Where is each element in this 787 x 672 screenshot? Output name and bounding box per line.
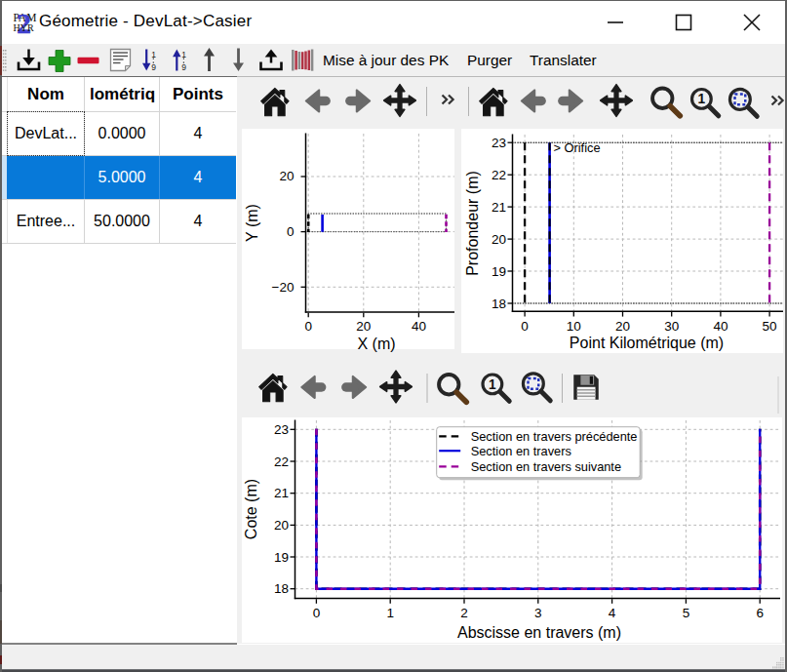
svg-text:4: 4 <box>609 606 616 620</box>
svg-text:1: 1 <box>181 50 186 59</box>
svg-text:40: 40 <box>713 319 728 334</box>
svg-text:30: 30 <box>664 319 679 334</box>
svg-text:23: 23 <box>274 422 289 437</box>
svg-text:50: 50 <box>763 319 777 334</box>
svg-text:1: 1 <box>386 606 394 620</box>
svg-text:19: 19 <box>492 264 506 279</box>
svg-text:3: 3 <box>534 606 542 620</box>
svg-text:0: 0 <box>313 606 321 620</box>
svg-text:Abscisse en travers (m): Abscisse en travers (m) <box>457 624 621 641</box>
svg-text:22: 22 <box>492 168 506 182</box>
svg-text:5: 5 <box>683 606 690 620</box>
svg-text:20: 20 <box>274 518 289 533</box>
svg-text:9: 9 <box>181 62 186 72</box>
svg-text:6: 6 <box>756 606 764 620</box>
svg-text:> Orifice: > Orifice <box>554 140 601 155</box>
svg-text:10: 10 <box>567 319 581 334</box>
svg-text:20: 20 <box>279 169 294 183</box>
svg-text:20: 20 <box>356 319 371 334</box>
svg-text:1: 1 <box>151 50 156 59</box>
svg-text:Point Kilométrique (m): Point Kilométrique (m) <box>570 335 724 351</box>
svg-text:22: 22 <box>274 455 289 469</box>
svg-text:21: 21 <box>274 486 289 500</box>
svg-text:23: 23 <box>492 136 506 150</box>
svg-text:9: 9 <box>151 62 156 72</box>
svg-text:18: 18 <box>492 296 506 311</box>
svg-text:Section en travers précédente: Section en travers précédente <box>471 429 638 444</box>
svg-text:Cote (m): Cote (m) <box>243 479 259 539</box>
svg-text:20: 20 <box>492 232 506 247</box>
svg-text:Y (m): Y (m) <box>244 204 260 242</box>
svg-text:2: 2 <box>460 606 468 620</box>
svg-text:Section en travers: Section en travers <box>471 444 571 458</box>
svg-text:19: 19 <box>274 550 289 565</box>
svg-text:20: 20 <box>615 319 630 334</box>
svg-text:0: 0 <box>287 224 295 239</box>
svg-text:Section en travers suivante: Section en travers suivante <box>471 459 621 474</box>
svg-text:0: 0 <box>304 319 312 334</box>
svg-text:18: 18 <box>274 581 289 596</box>
svg-text:X (m): X (m) <box>357 336 395 352</box>
svg-text:Profondeur (m): Profondeur (m) <box>464 171 481 276</box>
svg-text:−20: −20 <box>272 280 295 295</box>
svg-text:21: 21 <box>492 200 506 215</box>
svg-text:HYR: HYR <box>14 22 34 33</box>
svg-text:0: 0 <box>521 319 529 334</box>
svg-text:40: 40 <box>412 319 426 334</box>
